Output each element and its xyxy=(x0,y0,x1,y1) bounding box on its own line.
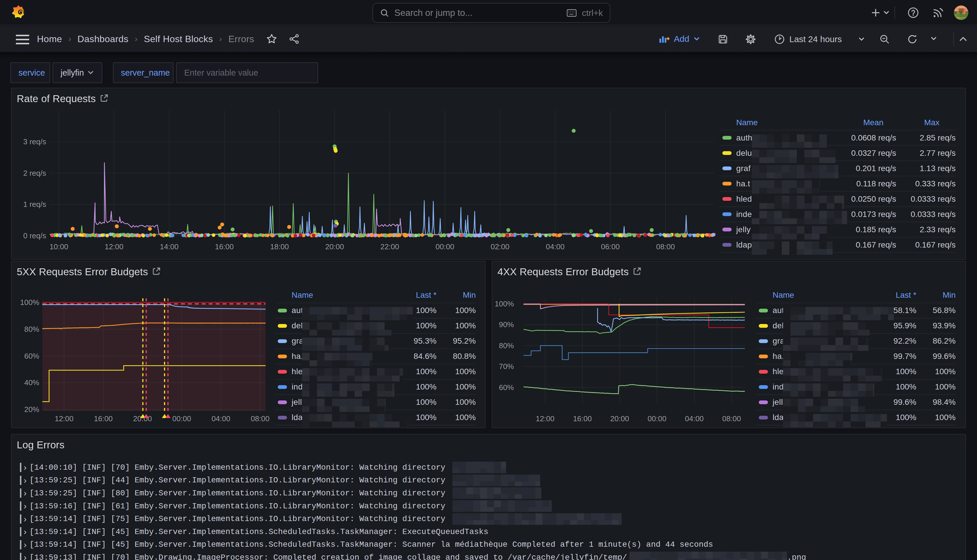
svg-text:08:00: 08:00 xyxy=(251,414,269,423)
svg-text:16:00: 16:00 xyxy=(94,414,113,423)
svg-text:08:00: 08:00 xyxy=(656,242,675,251)
svg-text:12:00: 12:00 xyxy=(55,414,73,423)
svg-text:00:00: 00:00 xyxy=(172,414,191,423)
svg-text:40%: 40% xyxy=(24,378,39,387)
svg-text:00:00: 00:00 xyxy=(648,414,666,423)
svg-text:60%: 60% xyxy=(499,383,514,392)
svg-text:18:00: 18:00 xyxy=(270,242,289,251)
svg-text:06:00: 06:00 xyxy=(601,242,620,251)
svg-text:100%: 100% xyxy=(495,300,514,308)
svg-text:08:00: 08:00 xyxy=(722,414,741,423)
svg-text:100%: 100% xyxy=(20,298,40,307)
svg-text:90%: 90% xyxy=(499,320,514,329)
svg-text:12:00: 12:00 xyxy=(105,242,123,251)
svg-text:10:00: 10:00 xyxy=(49,242,68,251)
svg-text:04:00: 04:00 xyxy=(685,414,703,423)
svg-text:02:00: 02:00 xyxy=(491,242,509,251)
svg-text:00:00: 00:00 xyxy=(435,242,454,251)
svg-text:60%: 60% xyxy=(24,352,39,360)
svg-text:16:00: 16:00 xyxy=(573,414,592,423)
svg-text:22:00: 22:00 xyxy=(380,242,399,251)
svg-text:20:00: 20:00 xyxy=(325,242,344,251)
svg-text:04:00: 04:00 xyxy=(546,242,564,251)
svg-text:1 req/s: 1 req/s xyxy=(23,200,47,208)
svg-text:2 req/s: 2 req/s xyxy=(23,169,47,177)
svg-text:0 req/s: 0 req/s xyxy=(23,232,47,240)
svg-text:80%: 80% xyxy=(499,341,514,350)
svg-text:12:00: 12:00 xyxy=(536,414,554,423)
svg-text:04:00: 04:00 xyxy=(212,414,230,423)
svg-text:20%: 20% xyxy=(24,405,39,414)
svg-text:70%: 70% xyxy=(499,362,514,371)
svg-text:20:00: 20:00 xyxy=(610,414,629,423)
svg-text:3 req/s: 3 req/s xyxy=(23,137,47,146)
svg-text:16:00: 16:00 xyxy=(215,242,234,251)
svg-text:14:00: 14:00 xyxy=(160,242,179,251)
svg-text:80%: 80% xyxy=(24,325,39,333)
